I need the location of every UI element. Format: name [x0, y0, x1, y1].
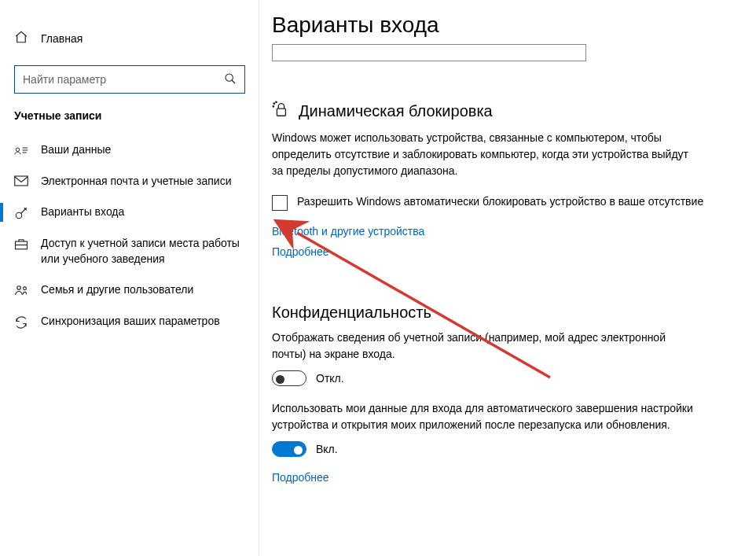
svg-line-1 [232, 80, 235, 83]
sidebar-item-label: Ваши данные [41, 142, 111, 158]
search-icon [224, 72, 237, 87]
svg-rect-12 [277, 109, 285, 116]
privacy-toggle-2-row: Вкл. [272, 441, 725, 457]
category-header: Учетные записи [0, 109, 259, 122]
person-card-icon [14, 144, 28, 156]
dynamic-lock-checkbox-label: Разрешить Windows автоматически блокиров… [297, 195, 703, 208]
sidebar-item-label: Семья и другие пользователи [41, 282, 193, 298]
privacy-desc-2: Использовать мои данные для входа для ав… [272, 400, 696, 433]
sidebar: Главная Учетные записи Ваши данные [0, 0, 259, 556]
home-label: Главная [41, 32, 83, 45]
svg-point-11 [24, 287, 27, 290]
key-icon [14, 206, 28, 220]
home-icon [14, 30, 28, 46]
svg-point-14 [276, 101, 277, 102]
learn-more-link[interactable]: Подробнее [272, 245, 329, 258]
sidebar-item-signin-options[interactable]: Варианты входа [0, 197, 259, 228]
dynamic-lock-heading: Динамическая блокировка [272, 101, 725, 122]
svg-point-2 [16, 148, 20, 152]
privacy-toggle-1[interactable] [272, 370, 306, 386]
privacy-learn-more-link[interactable]: Подробнее [272, 471, 329, 484]
privacy-toggle-1-label: Откл. [316, 372, 344, 385]
search-field[interactable] [23, 73, 224, 86]
privacy-desc-1: Отображать сведения об учетной записи (н… [272, 330, 696, 363]
sync-icon [14, 315, 28, 330]
sidebar-item-work-access[interactable]: Доступ к учетной записи места работы или… [0, 228, 259, 274]
svg-point-10 [17, 286, 21, 290]
sidebar-item-email[interactable]: Электронная почта и учетные записи [0, 166, 259, 197]
dynamic-lock-title: Динамическая блокировка [299, 102, 493, 120]
sidebar-item-label: Синхронизация ваших параметров [41, 314, 220, 330]
dynamic-lock-checkbox-row: Разрешить Windows автоматически блокиров… [272, 195, 712, 211]
mail-icon [14, 175, 28, 186]
briefcase-icon [14, 237, 28, 250]
search-input[interactable] [14, 65, 245, 94]
bluetooth-link[interactable]: Bluetooth и другие устройства [272, 225, 424, 237]
page-title: Варианты входа [272, 13, 725, 38]
svg-point-13 [273, 103, 274, 104]
privacy-toggle-1-row: Откл. [272, 370, 725, 386]
svg-point-15 [273, 106, 273, 107]
sidebar-item-sync[interactable]: Синхронизация ваших параметров [0, 306, 259, 337]
dynamic-lock-icon [272, 101, 289, 122]
sidebar-item-family[interactable]: Семья и другие пользователи [0, 274, 259, 306]
main-content: Варианты входа Динамическая блокировка W… [259, 0, 756, 556]
svg-rect-6 [15, 176, 28, 186]
dynamic-lock-checkbox[interactable] [272, 195, 288, 211]
sidebar-item-label: Варианты входа [41, 204, 124, 220]
people-icon [14, 284, 28, 296]
sidebar-item-your-info[interactable]: Ваши данные [0, 134, 259, 166]
sidebar-item-label: Доступ к учетной записи места работы или… [41, 236, 245, 267]
privacy-toggle-2-label: Вкл. [316, 443, 338, 455]
svg-point-0 [226, 74, 233, 81]
privacy-toggle-2[interactable] [272, 441, 306, 457]
home-button[interactable]: Главная [0, 24, 259, 53]
sidebar-item-label: Электронная почта и учетные записи [41, 174, 231, 190]
privacy-heading: Конфиденциальность [272, 304, 725, 322]
collapsed-option-box[interactable] [272, 44, 586, 61]
dynamic-lock-description: Windows может использовать устройства, с… [272, 130, 696, 179]
